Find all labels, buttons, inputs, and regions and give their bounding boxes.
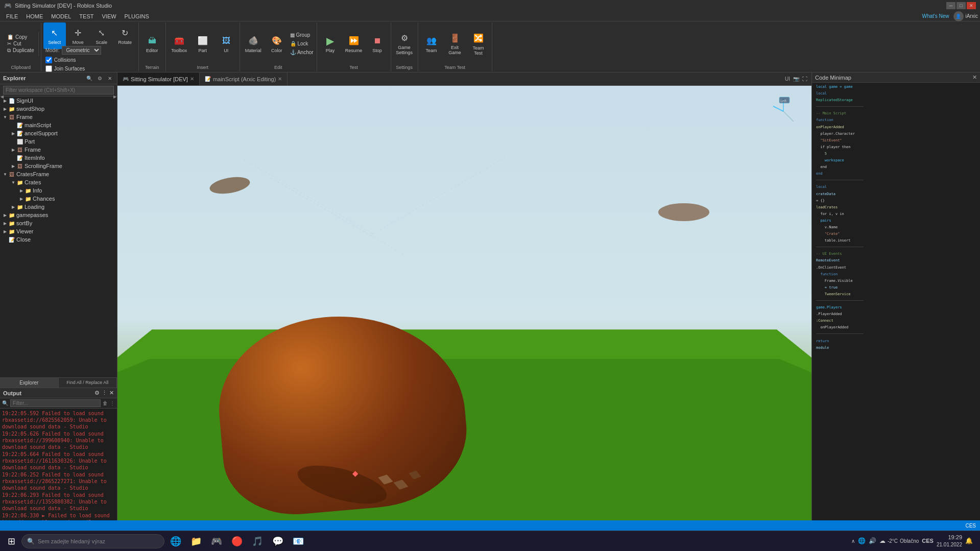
menu-file[interactable]: FILE [2,12,22,20]
stop-button[interactable]: ⏹ Stop [366,31,389,57]
tree-item-ancelsupport[interactable]: ▶ 📝 ancelSupport [0,129,117,137]
tree-item-crates[interactable]: ▼ 📁 Crates [0,178,117,186]
tree-arrow-ancelsupport[interactable]: ▶ [10,130,16,136]
exit-game-button[interactable]: 🚪 ExitGame [444,31,466,57]
weather-info[interactable]: ☁ -2°C Oblačno [879,537,919,544]
collisions-check[interactable]: Collisions [45,56,136,64]
tab-explorer[interactable]: Explorer [0,378,59,388]
taskbar-edge[interactable]: 🌐 [166,532,185,550]
tree-item-part[interactable]: ▶ ⬜ Part [0,137,117,146]
maximize-button[interactable]: □ [957,2,966,9]
team-button[interactable]: 👥 Team [420,31,443,57]
explorer-filter-btn[interactable]: 🔍 [85,74,93,82]
tree-item-viewer[interactable]: ▶ 📁 Viewer [0,227,117,235]
minimize-button[interactable]: ─ [946,2,955,9]
material-button[interactable]: 🪨 Material [242,31,265,57]
output-clear-btn[interactable]: 🗑 [103,400,108,406]
ui-button[interactable]: 🖼 UI [215,31,237,57]
whats-new-link[interactable]: What's New [922,13,949,19]
vp-tab-close-script[interactable]: ✕ [278,76,282,82]
tree-item-info[interactable]: ▶ 📁 Info [0,186,117,195]
tree-item-sortby[interactable]: ▶ 📁 sortBy [0,219,117,227]
tree-arrow-viewer[interactable]: ▶ [2,228,8,234]
tree-arrow-info[interactable]: ▶ [18,187,25,194]
code-close-btn[interactable]: ✕ [972,74,977,81]
tree-item-loading[interactable]: ▶ 📁 Loading [0,203,117,211]
tray-expand-icon[interactable]: ∧ [851,538,855,544]
output-settings-btn[interactable]: ⚙ [94,390,100,396]
start-button[interactable]: ⊞ [3,533,19,549]
taskbar-files[interactable]: 📁 [187,532,205,550]
tree-item-signui[interactable]: ▶ 📄 SignUI [0,97,117,105]
vp-tab-simulator[interactable]: 🎮 Sitting Simulator [DEV] ✕ [117,73,200,85]
join-surfaces-check[interactable]: Join Surfaces [45,64,136,73]
tree-item-frame[interactable]: ▼ 🖼 Frame [0,113,117,121]
tree-arrow-sortby[interactable]: ▶ [2,220,8,226]
output-more-btn[interactable]: ⋮ [102,390,107,396]
taskbar-app4[interactable]: 🔴 [228,532,246,550]
output-more2-btn[interactable]: ⋮ [110,400,115,406]
taskbar-app7[interactable]: 📧 [289,532,307,550]
filter-input[interactable] [3,86,114,94]
vp-tab-script[interactable]: 📝 mainScript (Arxic Editing) ✕ [200,73,288,85]
tree-arrow-frame[interactable]: ▼ [2,114,8,120]
menu-home[interactable]: HOME [22,12,47,20]
menu-plugins[interactable]: PLUGINS [121,12,153,20]
game-settings-button[interactable]: ⚙ GameSettings [393,31,416,57]
menu-view[interactable]: VIEW [98,12,120,20]
tree-item-chances[interactable]: ▶ 📁 Chances [0,195,117,203]
viewport-camera-icon[interactable]: 📷 [793,76,799,82]
cut-button[interactable]: ✂ Cut [6,40,35,47]
tree-arrow-loading[interactable]: ▶ [10,204,16,210]
vp-tab-close-sim[interactable]: ✕ [190,76,194,82]
output-filter-input[interactable] [10,399,101,407]
tab-find-replace[interactable]: Find All / Replace All [59,378,117,388]
resume-button[interactable]: ⏩ Resume [343,31,365,57]
color-button[interactable]: 🎨 Color [266,31,288,57]
taskbar-app6[interactable]: 💬 [269,532,287,550]
menu-test[interactable]: TEST [75,12,98,20]
output-close-btn[interactable]: ✕ [109,390,114,396]
tree-arrow-swordshop[interactable]: ▶ [2,106,8,112]
tree-item-scrollingframe[interactable]: ▶ 🖼 ScrollingFrame [0,162,117,170]
part-button[interactable]: ⬜ Part [192,31,214,57]
taskbar-search[interactable]: 🔍 Sem zadejte hledaný výraz [21,534,164,548]
tree-arrow-scrollingframe[interactable]: ▶ [10,163,16,169]
group-button[interactable]: ▦ Group [289,31,315,39]
duplicate-button[interactable]: ⧉ Duplicate [6,47,35,54]
tray-network-icon[interactable]: 🌐 [858,537,866,544]
copy-button[interactable]: 📋 Copy [6,34,35,40]
tray-sound-icon[interactable]: 🔊 [869,537,876,544]
anchor-button[interactable]: ⚓ Anchor [289,49,315,56]
play-button[interactable]: ▶ Play [319,31,342,57]
tree-arrow-crates[interactable]: ▼ [10,179,16,185]
tree-item-iteminfo[interactable]: ▶ 📝 ItemInfo [0,154,117,162]
tree-item-swordshop[interactable]: ▶ 📁 swordShop [0,105,117,113]
tree-arrow-gamepasses[interactable]: ▶ [2,212,8,218]
team-test-button[interactable]: 🔀 Team Test [467,31,490,57]
join-surfaces-checkbox[interactable] [45,65,52,72]
lock-button[interactable]: 🔒 Lock [289,40,315,47]
collisions-checkbox[interactable] [45,57,52,63]
tree-item-gamepasses[interactable]: ▶ 📁 gamepasses [0,211,117,219]
compass-nav[interactable]: Left [768,96,799,127]
viewport-ui-toggle[interactable]: UI [785,76,790,82]
tree-arrow-cratesframe[interactable]: ▼ [2,171,8,177]
editor-button[interactable]: 🏔 Editor [141,31,163,57]
close-button[interactable]: ✕ [967,2,976,9]
explorer-settings-btn[interactable]: ⚙ [95,74,104,82]
tree-item-mainscript[interactable]: ▶ 📝 mainScript [0,121,117,129]
taskbar-app5[interactable]: 🎵 [248,532,267,550]
explorer-close-btn[interactable]: ✕ [106,74,114,82]
tree-item-frame2[interactable]: ▶ 🖼 Frame [0,146,117,154]
tree-item-cratesframe[interactable]: ▼ 🖼 CratesFrame [0,170,117,178]
taskbar-roblox[interactable]: 🎮 [207,532,226,550]
tray-notification-icon[interactable]: 🔔 [965,537,973,544]
tree-arrow-frame2[interactable]: ▶ [10,147,16,153]
menu-model[interactable]: MODEL [47,12,75,20]
viewport-expand-icon[interactable]: ⛶ [802,76,807,82]
tree-arrow-chances[interactable]: ▶ [18,196,25,202]
mode-dropdown[interactable]: Geometric [62,46,101,55]
tree-item-close[interactable]: ▶ 📝 Close [0,235,117,244]
system-clock[interactable]: 19:29 21.01.2022 [937,534,962,548]
